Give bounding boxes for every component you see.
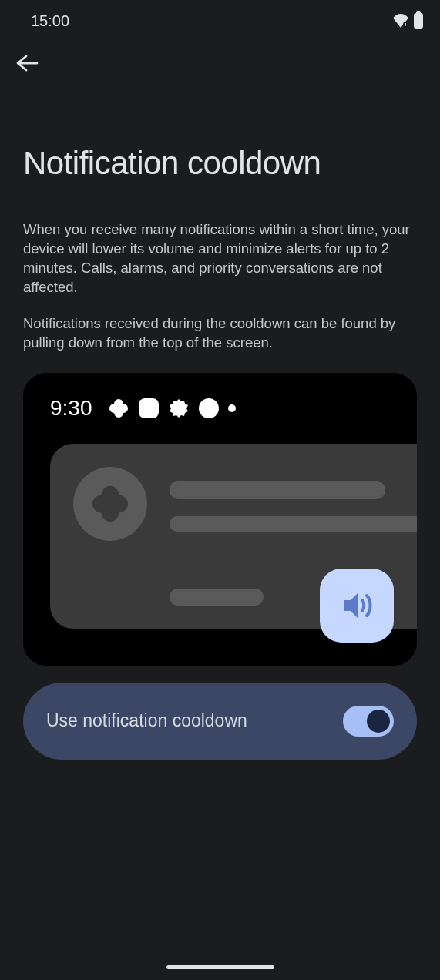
illustration-status-bar: 9:30	[23, 396, 417, 421]
illustration-clover-icon	[108, 398, 129, 419]
description-paragraph-1: When you receive many notifications with…	[23, 220, 417, 297]
illustration-dot-icon	[228, 404, 236, 412]
page-title: Notification cooldown	[23, 145, 417, 182]
toggle-label: Use notification cooldown	[46, 710, 247, 731]
volume-icon	[338, 586, 376, 625]
status-bar: 15:00 !	[0, 0, 440, 39]
description-paragraph-2: Notifications received during the cooldo…	[23, 314, 417, 353]
back-arrow-icon	[15, 54, 40, 72]
illustration-gear-icon	[168, 398, 190, 419]
illustration-circle-icon	[199, 398, 219, 418]
illustration-title-placeholder	[170, 481, 385, 499]
back-button[interactable]	[0, 39, 440, 76]
illustration-avatar-inner-icon	[89, 483, 131, 525]
illustration-pill-placeholder	[170, 589, 264, 606]
illustration-square-icon	[139, 398, 159, 418]
svg-text:!: !	[405, 22, 406, 27]
illustration-volume-bubble	[320, 569, 394, 643]
illustration-avatar	[73, 467, 147, 541]
illustration-text-placeholder	[170, 516, 417, 532]
status-bar-icons: !	[392, 13, 423, 29]
illustration-time: 9:30	[50, 396, 92, 421]
toggle-switch-thumb	[367, 710, 390, 733]
battery-icon	[414, 13, 423, 29]
wifi-icon: !	[392, 14, 409, 28]
illustration-card: 9:30	[23, 373, 417, 666]
toggle-row[interactable]: Use notification cooldown	[23, 683, 417, 760]
status-bar-time: 15:00	[31, 12, 69, 30]
nav-bar-handle[interactable]	[166, 965, 274, 969]
toggle-switch[interactable]	[343, 706, 394, 737]
